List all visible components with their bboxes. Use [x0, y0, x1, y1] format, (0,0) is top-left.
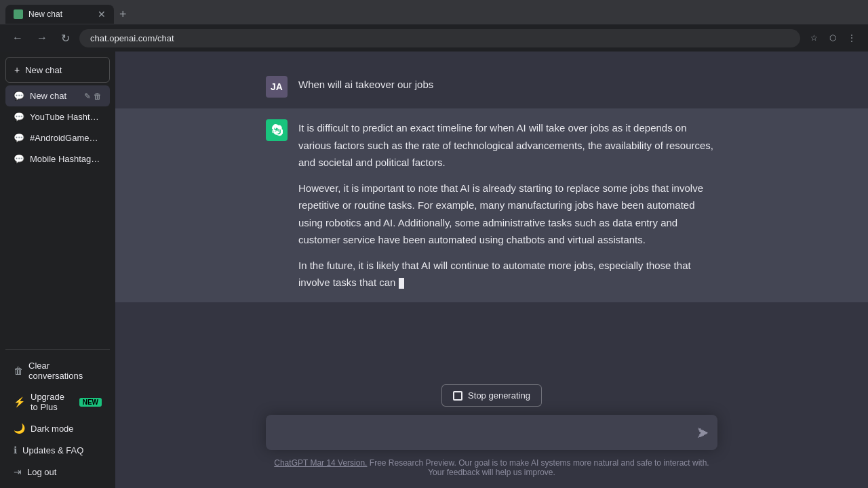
chat-list: 💬 New chat ✎ 🗑 💬 YouTube Hashtags Tips 💬… — [5, 85, 110, 344]
edit-icon[interactable]: ✎ — [84, 92, 91, 101]
trash-icon: 🗑 — [14, 365, 23, 376]
user-message-text: When will ai takeover our jobs — [298, 76, 717, 94]
address-input[interactable] — [79, 29, 800, 47]
upgrade-icon: ⚡ — [14, 396, 25, 407]
main-chat-area: JA When will ai takeover our jobs It is … — [115, 52, 868, 488]
active-tab[interactable]: New chat ✕ — [5, 5, 114, 24]
tab-close-button[interactable]: ✕ — [98, 9, 106, 20]
chat-item-mobile-hashtags[interactable]: 💬 Mobile Hashtags for Twitter — [5, 148, 110, 169]
dark-mode-button[interactable]: 🌙 Dark mode — [5, 418, 110, 439]
user-message-content: When will ai takeover our jobs — [298, 76, 717, 94]
input-wrapper: ⮞ — [266, 415, 717, 453]
app: + New chat 💬 New chat ✎ 🗑 💬 YouTube Hash… — [0, 52, 868, 488]
chat-item-label: #AndroidGameHashtags — [30, 133, 102, 143]
upgrade-plus-button[interactable]: ⚡ Upgrade to Plus NEW — [5, 386, 110, 418]
chat-icon: 💬 — [14, 154, 24, 164]
tab-favicon — [14, 9, 23, 19]
chat-item-label: Mobile Hashtags for Twitter — [30, 154, 102, 164]
input-area: Stop generating ⮞ ChatGPT Mar 14 Version… — [115, 373, 868, 488]
stop-generating-button[interactable]: Stop generating — [441, 384, 542, 407]
back-button[interactable]: ← — [8, 29, 27, 47]
assistant-paragraph-1: It is difficult to predict an exact time… — [298, 119, 717, 171]
chat-item-label: New chat — [30, 91, 79, 101]
logout-icon: ⇥ — [14, 466, 22, 477]
sidebar-bottom: 🗑 Clear conversations ⚡ Upgrade to Plus … — [5, 349, 110, 483]
user-avatar-initials: JA — [271, 81, 283, 92]
browser-chrome: New chat ✕ + ← → ↻ ☆ ⬡ ⋮ — [0, 0, 868, 52]
assistant-paragraph-2: However, it is important to note that AI… — [298, 180, 717, 249]
new-badge: NEW — [79, 398, 102, 407]
assistant-avatar — [266, 119, 288, 141]
chat-icon: 💬 — [14, 91, 24, 101]
chat-item-android-game[interactable]: 💬 #AndroidGameHashtags — [5, 127, 110, 148]
tab-title: New chat — [28, 9, 92, 19]
new-chat-button[interactable]: + New chat — [5, 57, 110, 83]
new-chat-label: New chat — [25, 65, 62, 75]
chat-icon: 💬 — [14, 112, 24, 122]
dark-mode-label: Dark mode — [31, 424, 74, 434]
upgrade-plus-label: Upgrade to Plus — [31, 392, 74, 412]
clear-conversations-button[interactable]: 🗑 Clear conversations — [5, 355, 110, 386]
refresh-button[interactable]: ↻ — [57, 29, 74, 47]
chat-messages: JA When will ai takeover our jobs It is … — [115, 52, 868, 373]
assistant-message-content: It is difficult to predict an exact time… — [298, 119, 717, 291]
stop-icon — [453, 391, 462, 401]
footer-description: Free Research Preview. Our goal is to ma… — [370, 458, 709, 477]
user-message-row: JA When will ai takeover our jobs — [115, 65, 868, 108]
new-tab-button[interactable]: + — [114, 7, 132, 22]
assistant-message-row: It is difficult to predict an exact time… — [115, 108, 868, 302]
info-icon: ℹ — [14, 445, 17, 455]
openai-logo-icon — [271, 124, 283, 136]
tab-bar: New chat ✕ + — [0, 0, 868, 24]
forward-button[interactable]: → — [33, 29, 52, 47]
send-button[interactable]: ⮞ — [697, 427, 709, 441]
streaming-cursor — [399, 278, 404, 289]
sidebar: + New chat 💬 New chat ✎ 🗑 💬 YouTube Hash… — [0, 52, 115, 488]
chat-item-label: YouTube Hashtags Tips — [30, 112, 102, 122]
assistant-paragraph-3: In the future, it is likely that AI will… — [298, 257, 717, 291]
bookmark-icon[interactable]: ☆ — [806, 30, 822, 46]
log-out-label: Log out — [27, 467, 56, 477]
toolbar-icons: ☆ ⬡ ⋮ — [806, 30, 860, 46]
user-avatar: JA — [266, 76, 288, 98]
menu-icon[interactable]: ⋮ — [844, 30, 860, 46]
chat-icon: 💬 — [14, 133, 24, 143]
moon-icon: 🌙 — [14, 423, 25, 434]
footer-link[interactable]: ChatGPT Mar 14 Version. — [274, 458, 367, 468]
updates-faq-button[interactable]: ℹ Updates & FAQ — [5, 439, 110, 461]
log-out-button[interactable]: ⇥ Log out — [5, 461, 110, 483]
stop-btn-row: Stop generating — [266, 384, 717, 407]
plus-icon: + — [14, 64, 20, 75]
chat-input[interactable] — [266, 415, 717, 450]
stop-generating-label: Stop generating — [468, 390, 530, 401]
extensions-icon[interactable]: ⬡ — [825, 30, 841, 46]
address-bar: ← → ↻ ☆ ⬡ ⋮ — [0, 24, 868, 52]
chat-item-new-chat[interactable]: 💬 New chat ✎ 🗑 — [5, 85, 110, 106]
updates-faq-label: Updates & FAQ — [22, 445, 83, 455]
clear-conversations-label: Clear conversations — [28, 361, 102, 381]
delete-icon[interactable]: 🗑 — [94, 92, 102, 101]
footer-text: ChatGPT Mar 14 Version. Free Research Pr… — [266, 453, 717, 483]
chat-item-youtube-hashtags[interactable]: 💬 YouTube Hashtags Tips — [5, 106, 110, 127]
chat-item-actions: ✎ 🗑 — [84, 92, 102, 101]
